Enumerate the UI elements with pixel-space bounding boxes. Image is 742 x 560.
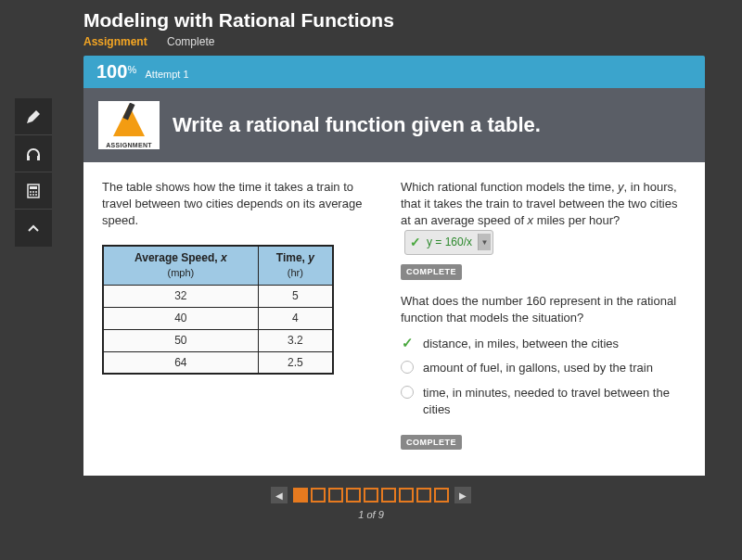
check-icon: ✓ [401, 337, 414, 350]
tab-assignment[interactable]: Assignment [83, 35, 147, 48]
col-speed-header: Average Speed, x (mph) [103, 246, 258, 286]
audio-tool[interactable] [15, 135, 52, 172]
calculator-icon [26, 184, 41, 198]
pager-next[interactable]: ▶ [454, 487, 471, 503]
score-bar: 100% Attempt 1 [83, 56, 705, 88]
cell-speed: 64 [103, 351, 258, 374]
table-row: 503.2 [103, 329, 333, 351]
option-text: amount of fuel, in gallons, used by the … [423, 360, 653, 376]
svg-point-8 [35, 191, 37, 193]
check-icon: ✓ [410, 234, 421, 252]
complete-badge-1: COMPLETE [401, 264, 462, 280]
cell-speed: 50 [103, 329, 258, 351]
instruction-bar: ASSIGNMENT Write a rational function giv… [83, 88, 705, 162]
headphones-icon [25, 146, 42, 162]
score-value: 100 [96, 61, 127, 82]
complete-badge-2: COMPLETE [401, 435, 462, 451]
answer-formula: y = 160/x [425, 235, 474, 250]
cell-time: 4 [258, 307, 333, 329]
pager-prev[interactable]: ◀ [271, 487, 288, 503]
page-box-3[interactable] [328, 488, 343, 503]
page-count: 1 of 9 [0, 509, 742, 520]
left-column: The table shows how the time it takes a … [102, 179, 380, 459]
page-box-5[interactable] [364, 488, 378, 503]
data-table: Average Speed, x (mph) Time, y (hr) 3254… [102, 245, 334, 375]
svg-rect-3 [37, 156, 40, 160]
svg-point-6 [30, 191, 32, 193]
svg-rect-5 [30, 186, 37, 189]
intro-text: The table shows how the time it takes a … [102, 179, 380, 230]
answer-option[interactable]: ✓distance, in miles, between the cities [401, 336, 686, 352]
page-box-8[interactable] [416, 488, 431, 503]
page-box-9[interactable] [434, 488, 449, 503]
svg-rect-2 [27, 156, 30, 160]
score-percent: % [127, 64, 136, 75]
answer-option[interactable]: time, in minutes, needed to travel betwe… [401, 385, 686, 418]
question-1: Which rational function models the time,… [401, 179, 686, 255]
table-row: 325 [103, 286, 333, 308]
table-row: 404 [103, 307, 333, 329]
svg-point-9 [30, 194, 32, 196]
page-box-7[interactable] [399, 488, 414, 503]
page-box-2[interactable] [311, 488, 326, 503]
radio-icon [401, 361, 414, 374]
subhead: Assignment Complete [0, 33, 742, 56]
cell-speed: 40 [103, 307, 258, 329]
answer-dropdown[interactable]: ✓ y = 160/x ▼ [404, 230, 493, 256]
pager: ◀ ▶ [0, 487, 742, 503]
content-panel: The table shows how the time it takes a … [83, 162, 705, 476]
calculator-tool[interactable] [15, 172, 52, 210]
page-title: Modeling with Rational Functions [0, 0, 742, 33]
svg-point-11 [35, 194, 37, 196]
chevron-up-icon [26, 221, 41, 235]
svg-point-7 [32, 191, 34, 193]
option-text: distance, in miles, between the cities [423, 336, 619, 352]
cell-time: 5 [258, 286, 333, 308]
radio-icon [401, 386, 414, 399]
cell-time: 2.5 [258, 351, 333, 374]
right-column: Which rational function models the time,… [401, 179, 686, 459]
svg-point-10 [32, 194, 34, 196]
table-row: 642.5 [103, 351, 333, 374]
cell-speed: 32 [103, 286, 258, 308]
attempt-label: Attempt 1 [146, 69, 189, 80]
chevron-down-icon: ▼ [478, 234, 491, 250]
cell-time: 3.2 [258, 329, 333, 351]
page-box-1[interactable] [293, 488, 308, 503]
instruction-text: Write a rational function given a table. [173, 113, 541, 137]
question-2: What does the number 160 represent in th… [401, 293, 686, 326]
assignment-badge-icon: ASSIGNMENT [98, 101, 160, 149]
option-text: time, in minutes, needed to travel betwe… [423, 385, 686, 418]
page-box-4[interactable] [346, 488, 361, 503]
tab-complete[interactable]: Complete [167, 35, 214, 48]
pencil-icon [25, 108, 42, 125]
collapse-tool[interactable] [15, 210, 52, 247]
page-box-6[interactable] [381, 488, 396, 503]
col-time-header: Time, y (hr) [258, 246, 333, 286]
tool-sidebar [15, 98, 52, 247]
pencil-tool[interactable] [15, 98, 52, 135]
answer-option[interactable]: amount of fuel, in gallons, used by the … [401, 360, 686, 376]
